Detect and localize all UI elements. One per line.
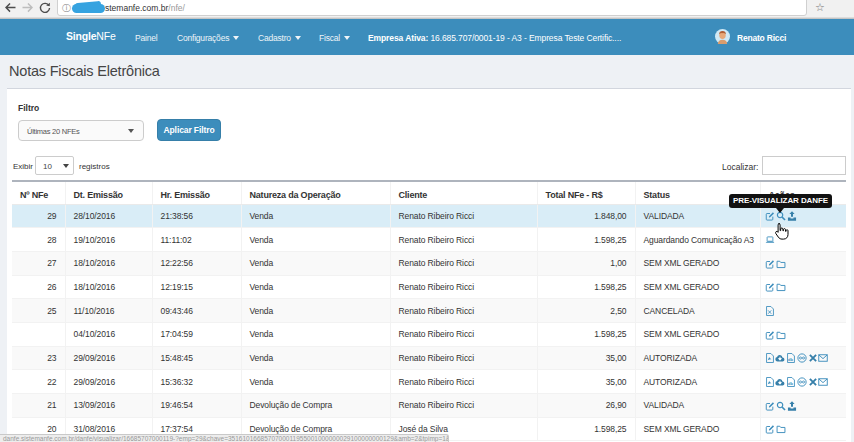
svg-text:db: db	[789, 381, 794, 386]
svg-text:db: db	[789, 357, 794, 362]
